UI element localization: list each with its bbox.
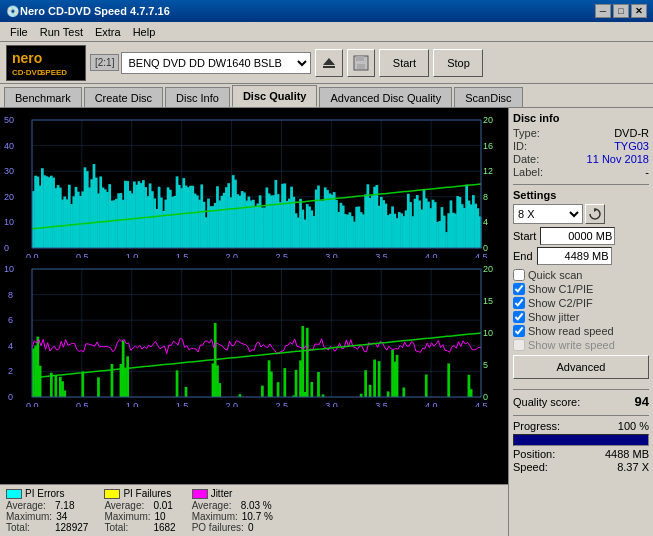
pi-errors-stats: PI Errors Average: 7.18 Maximum: 34 Tota… (6, 488, 88, 533)
jitter-label: Jitter (211, 488, 233, 499)
settings-section: Settings 8 X Start End Quick scan (513, 189, 649, 383)
pi-errors-legend (6, 489, 22, 499)
show-c1pie-label: Show C1/PIE (528, 283, 593, 295)
divider-1 (513, 184, 649, 185)
progress-value: 100 % (618, 420, 649, 432)
title-bar-icon: 💿 (6, 5, 20, 18)
tab-scandisc[interactable]: ScanDisc (454, 87, 522, 107)
minimize-button[interactable]: ─ (595, 4, 611, 18)
eject-icon-button[interactable] (315, 49, 343, 77)
tab-disc-quality[interactable]: Disc Quality (232, 85, 318, 107)
menu-run-test[interactable]: Run Test (34, 24, 89, 40)
show-jitter-row: Show jitter (513, 311, 649, 323)
stats-section: PI Errors Average: 7.18 Maximum: 34 Tota… (0, 484, 508, 536)
drive-combo[interactable]: BENQ DVD DD DW1640 BSLB (121, 52, 311, 74)
svg-rect-5 (323, 66, 335, 68)
disc-type-row: Type: DVD-R (513, 127, 649, 139)
progress-label: Progress: (513, 420, 560, 432)
right-panel: Disc info Type: DVD-R ID: TYG03 Date: 11… (508, 108, 653, 536)
pi-errors-avg-val: 7.18 (55, 500, 74, 511)
charts-area (0, 108, 508, 484)
jitter-max-key: Maximum: (192, 511, 238, 522)
divider-2 (513, 389, 649, 390)
toolbar: nero CD·DVD SPEED [2:1] BENQ DVD DD DW16… (0, 42, 653, 84)
quality-label: Quality score: (513, 396, 580, 408)
start-input[interactable] (540, 227, 615, 245)
quick-scan-label: Quick scan (528, 269, 582, 281)
svg-rect-7 (356, 56, 364, 61)
close-button[interactable]: ✕ (631, 4, 647, 18)
title-bar: 💿 Nero CD-DVD Speed 4.7.7.16 ─ □ ✕ (0, 0, 653, 22)
disc-type-key: Type: (513, 127, 540, 139)
jitter-stats: Jitter Average: 8.03 % Maximum: 10.7 % P… (192, 488, 273, 533)
tab-disc-info[interactable]: Disc Info (165, 87, 230, 107)
quality-section: Quality score: 94 (513, 394, 649, 409)
start-button[interactable]: Start (379, 49, 429, 77)
menu-help[interactable]: Help (127, 24, 162, 40)
menu-extra[interactable]: Extra (89, 24, 127, 40)
show-jitter-label: Show jitter (528, 311, 579, 323)
pi-failures-label: PI Failures (123, 488, 171, 499)
tabs: Benchmark Create Disc Disc Info Disc Qua… (0, 84, 653, 108)
show-c2pif-label: Show C2/PIF (528, 297, 593, 309)
show-c1pie-row: Show C1/PIE (513, 283, 649, 295)
start-field-row: Start (513, 227, 649, 245)
svg-text:nero: nero (12, 50, 42, 66)
speed-select[interactable]: 8 X (513, 204, 583, 224)
position-row: Position: 4488 MB (513, 448, 649, 460)
show-read-speed-row: Show read speed (513, 325, 649, 337)
pi-errors-avg-key: Average: (6, 500, 51, 511)
progress-bar-inner (514, 435, 648, 445)
show-write-speed-label: Show write speed (528, 339, 615, 351)
show-c2pif-checkbox[interactable] (513, 297, 525, 309)
show-jitter-checkbox[interactable] (513, 311, 525, 323)
disc-info-section: Disc info Type: DVD-R ID: TYG03 Date: 11… (513, 112, 649, 178)
chart-section: PI Errors Average: 7.18 Maximum: 34 Tota… (0, 108, 508, 536)
quick-scan-checkbox[interactable] (513, 269, 525, 281)
position-val: 4488 MB (605, 448, 649, 460)
disc-label-val: - (645, 166, 649, 178)
disc-id-val: TYG03 (614, 140, 649, 152)
jitter-legend (192, 489, 208, 499)
settings-title: Settings (513, 189, 649, 201)
title-bar-text: Nero CD-DVD Speed 4.7.7.16 (20, 5, 170, 17)
svg-rect-8 (357, 64, 365, 69)
svg-text:SPEED: SPEED (40, 68, 67, 77)
pi-failures-chart (2, 259, 506, 407)
position-label: Position: (513, 448, 555, 460)
pi-failures-avg-key: Average: (104, 500, 149, 511)
stop-button[interactable]: Stop (433, 49, 483, 77)
tab-benchmark[interactable]: Benchmark (4, 87, 82, 107)
pi-errors-total-key: Total: (6, 522, 51, 533)
tab-create-disc[interactable]: Create Disc (84, 87, 163, 107)
pi-failures-legend (104, 489, 120, 499)
menu-file[interactable]: File (4, 24, 34, 40)
disc-date-row: Date: 11 Nov 2018 (513, 153, 649, 165)
show-c1pie-checkbox[interactable] (513, 283, 525, 295)
drive-label: [2:1] (90, 54, 119, 71)
speed-val: 8.37 X (617, 461, 649, 473)
speed-row: Speed: 8.37 X (513, 461, 649, 473)
progress-section: Progress: 100 % Position: 4488 MB Speed:… (513, 420, 649, 473)
pi-failures-total-key: Total: (104, 522, 149, 533)
disc-type-val: DVD-R (614, 127, 649, 139)
tab-advanced-disc-quality[interactable]: Advanced Disc Quality (319, 87, 452, 107)
po-failures-key: PO failures: (192, 522, 244, 533)
start-label: Start (513, 230, 536, 242)
refresh-icon-button[interactable] (585, 204, 605, 224)
disc-id-row: ID: TYG03 (513, 140, 649, 152)
svg-text:CD·DVD: CD·DVD (12, 68, 43, 77)
progress-bar-outer (513, 434, 649, 446)
menu-bar: File Run Test Extra Help (0, 22, 653, 42)
show-write-speed-checkbox[interactable] (513, 339, 525, 351)
jitter-avg-val: 8.03 % (241, 500, 272, 511)
save-icon-button[interactable] (347, 49, 375, 77)
pi-failures-total-val: 1682 (153, 522, 175, 533)
drive-selector: [2:1] BENQ DVD DD DW1640 BSLB (90, 52, 311, 74)
advanced-button[interactable]: Advanced (513, 355, 649, 379)
maximize-button[interactable]: □ (613, 4, 629, 18)
end-input[interactable] (537, 247, 612, 265)
show-read-speed-checkbox[interactable] (513, 325, 525, 337)
quick-scan-row: Quick scan (513, 269, 649, 281)
pi-failures-max-key: Maximum: (104, 511, 150, 522)
